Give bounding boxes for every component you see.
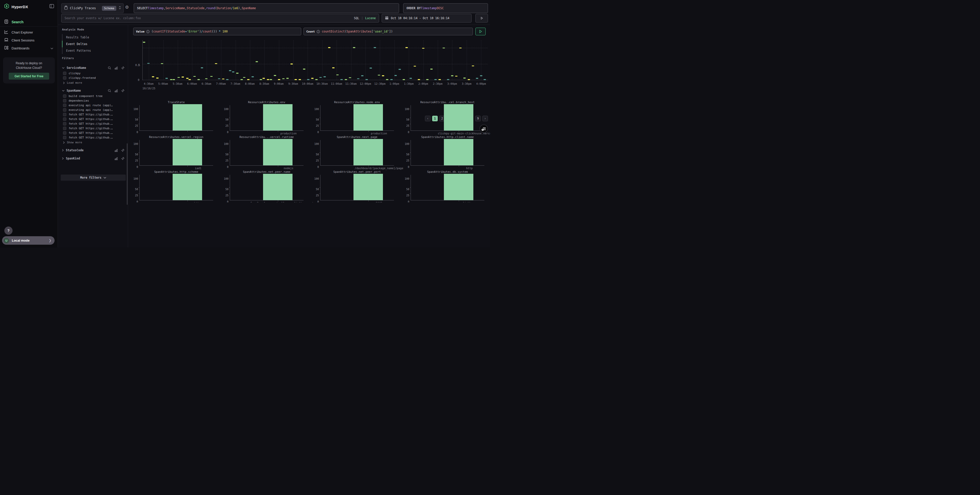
- filters-scrollbar-thumb[interactable]: [127, 143, 127, 205]
- filter-option[interactable]: clickpy-frontend: [58, 76, 128, 80]
- search-icon[interactable]: [108, 89, 111, 92]
- filter-option-checkbox[interactable]: [63, 117, 66, 121]
- filter-group-servicename[interactable]: ServiceName: [58, 65, 128, 71]
- filter-group-spanname[interactable]: SpanName: [58, 87, 128, 94]
- filter-show-more[interactable]: Show more: [58, 140, 128, 145]
- sidebar-item-dashboards[interactable]: Dashboards: [0, 44, 58, 52]
- filter-option[interactable]: build component tree: [58, 94, 128, 98]
- mini-plot-area[interactable]: 02550100: [230, 105, 304, 131]
- data-source-select[interactable]: ClickPy Traces Schema: [61, 3, 124, 13]
- sidebar-item-chart-explorer[interactable]: Chart Explorer: [0, 29, 58, 36]
- filter-option[interactable]: fetch GET https://github.…: [58, 117, 128, 121]
- filter-option[interactable]: fetch GET https://github.…: [58, 121, 128, 126]
- mini-plot-area[interactable]: 02550100: [230, 140, 304, 166]
- filter-option-checkbox[interactable]: [63, 72, 66, 75]
- sql-mode-button[interactable]: SQL: [354, 16, 360, 20]
- filter-option[interactable]: executing api route (app)…: [58, 103, 128, 108]
- delta-plot-area[interactable]: [142, 40, 488, 80]
- delta-mark: [315, 79, 318, 80]
- sidebar-collapse-icon[interactable]: [49, 4, 54, 9]
- mini-plot-area[interactable]: 02550100: [139, 140, 213, 166]
- mini-plot-area[interactable]: 02550100: [410, 175, 484, 200]
- filter-option-checkbox[interactable]: [63, 99, 66, 102]
- mini-y-tick-mark: [229, 159, 230, 159]
- mini-y-tick-mark: [320, 194, 320, 194]
- filter-option-checkbox[interactable]: [63, 127, 66, 130]
- filter-option[interactable]: executing api route (app)…: [58, 108, 128, 112]
- pin-icon[interactable]: [121, 149, 124, 152]
- mini-plot-area[interactable]: 02550100: [230, 175, 304, 200]
- mini-bar[interactable]: [173, 139, 202, 165]
- delta-mark: [320, 77, 322, 78]
- local-mode-button[interactable]: U Local mode ❯: [2, 236, 54, 245]
- mini-bar[interactable]: [173, 104, 202, 130]
- help-button[interactable]: ?: [4, 227, 13, 235]
- more-filters-button[interactable]: More filters: [61, 175, 126, 181]
- data-source-name: ClickPy Traces: [70, 6, 100, 10]
- mini-plot-area[interactable]: 02550100: [410, 105, 484, 131]
- mini-bar[interactable]: [444, 139, 473, 165]
- value-expression-input[interactable]: Value (countIf(StatusCode='Error')/count…: [133, 28, 301, 35]
- gear-icon[interactable]: ⚙: [125, 5, 129, 10]
- filter-option-checkbox[interactable]: [63, 108, 66, 112]
- search-icon[interactable]: [108, 66, 111, 70]
- filter-group-actions: [115, 157, 124, 160]
- pin-icon[interactable]: [121, 89, 124, 92]
- filter-option-checkbox[interactable]: [63, 76, 66, 79]
- mini-bar[interactable]: [353, 139, 383, 165]
- filter-option-checkbox[interactable]: [63, 136, 66, 139]
- filter-option-checkbox[interactable]: [63, 104, 66, 107]
- apply-expressions-button[interactable]: [476, 28, 486, 35]
- filter-option[interactable]: fetch GET https://github.…: [58, 112, 128, 117]
- filter-option[interactable]: dependencies: [58, 98, 128, 103]
- mini-plot-area[interactable]: 02550100: [410, 140, 484, 166]
- filter-group-spankind[interactable]: SpanKind: [58, 155, 128, 162]
- select-query-input[interactable]: SELECT Timestamp, ServiceName, StatusCod…: [134, 3, 399, 13]
- bar-chart-icon[interactable]: [115, 66, 118, 70]
- analysis-mode-event-deltas[interactable]: Event Deltas: [62, 41, 124, 48]
- lucene-mode-button[interactable]: Lucene: [365, 16, 376, 20]
- filter-option-checkbox[interactable]: [63, 122, 66, 125]
- filter-option[interactable]: fetch GET https://github.…: [58, 135, 128, 140]
- mini-bar[interactable]: [444, 104, 473, 130]
- mini-y-tick-label: 100: [314, 142, 320, 145]
- mini-plot-area[interactable]: 02550100: [320, 175, 394, 200]
- filter-option-checkbox[interactable]: [63, 94, 66, 98]
- search-input[interactable]: [65, 16, 354, 20]
- mini-bar[interactable]: [263, 104, 293, 130]
- filter-option-checkbox[interactable]: [63, 131, 66, 135]
- sidebar-item-client-sessions[interactable]: Client Sessions: [0, 36, 58, 44]
- filter-option[interactable]: fetch GET https://github.…: [58, 130, 128, 135]
- event-filter-fab[interactable]: [479, 124, 488, 133]
- mini-bar[interactable]: [353, 104, 383, 130]
- filter-load-more[interactable]: Load more: [58, 80, 128, 86]
- analysis-mode-event-patterns[interactable]: Event Patterns: [62, 48, 124, 54]
- sidebar-item-search[interactable]: Search: [0, 18, 58, 25]
- mini-bar[interactable]: [353, 174, 383, 200]
- mini-bar[interactable]: [173, 174, 202, 200]
- order-by-input[interactable]: ORDER BY Timestamp DESC: [403, 3, 488, 13]
- mini-plot-area[interactable]: 02550100: [320, 105, 394, 131]
- pin-icon[interactable]: [121, 66, 124, 70]
- filter-option[interactable]: clickpy: [58, 71, 128, 76]
- bar-chart-icon[interactable]: [115, 149, 118, 152]
- time-range-picker[interactable]: Oct 10 04:16:14 - Oct 10 16:16:14: [382, 14, 472, 22]
- get-started-button[interactable]: Get Started for Free: [9, 73, 49, 79]
- mini-bar[interactable]: [263, 174, 293, 200]
- bar-chart-icon[interactable]: [115, 157, 118, 160]
- run-search-button[interactable]: [476, 14, 488, 22]
- filter-option-checkbox[interactable]: [63, 113, 66, 116]
- count-expression-input[interactable]: Count countDistinct(SpanAttributes['user…: [304, 28, 473, 35]
- mini-plot-area[interactable]: 02550100: [139, 105, 213, 131]
- pin-icon[interactable]: [121, 157, 124, 160]
- filter-option[interactable]: fetch GET https://github.…: [58, 126, 128, 130]
- analysis-mode-results-table[interactable]: Results Table: [62, 34, 124, 41]
- mini-bar[interactable]: [263, 139, 293, 165]
- bar-chart-icon[interactable]: [115, 89, 118, 92]
- mini-bar[interactable]: [444, 174, 473, 200]
- mini-plot-area[interactable]: 02550100: [139, 175, 213, 200]
- mini-y-tick-label: 100: [314, 108, 320, 110]
- x-tick-label: 3:30pm: [462, 82, 472, 85]
- mini-plot-area[interactable]: 02550100: [320, 140, 394, 166]
- filter-group-statuscode[interactable]: StatusCode: [58, 147, 128, 153]
